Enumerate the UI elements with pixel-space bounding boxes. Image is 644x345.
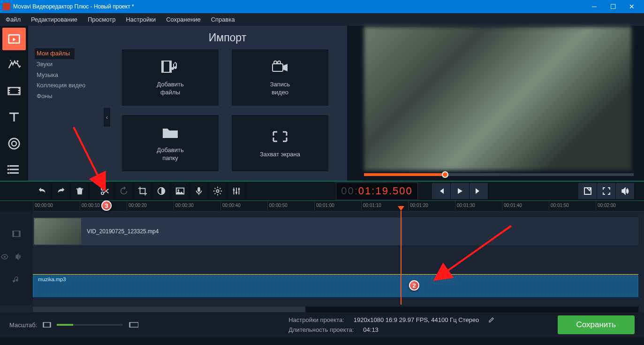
transitions-tab[interactable] xyxy=(2,80,26,102)
menu-edit[interactable]: Редактирование xyxy=(31,16,77,23)
audio-waveform xyxy=(33,275,638,297)
cat-sounds[interactable]: Звуки xyxy=(35,59,108,70)
svg-rect-9 xyxy=(18,90,20,92)
zoom-out-icon[interactable] xyxy=(43,322,51,328)
project-settings-value: 1920x1080 16:9 29.97 FPS, 44100 Гц Стере… xyxy=(354,316,479,323)
menu-file[interactable]: Файл xyxy=(6,16,21,23)
settings-button[interactable] xyxy=(208,182,227,200)
mute-icon[interactable] xyxy=(15,253,23,261)
collapse-panel-handle[interactable]: ‹ xyxy=(104,108,110,127)
ruler-tick: 00:01:40 xyxy=(502,201,549,211)
annotation-badge-2: 2 xyxy=(409,280,419,291)
svg-rect-40 xyxy=(50,322,51,327)
import-title: Импорт xyxy=(108,31,347,44)
camera-icon xyxy=(271,58,289,75)
record-video-tile[interactable]: Запись видео xyxy=(232,49,328,106)
menu-save[interactable]: Сохранение xyxy=(166,16,201,23)
svg-rect-43 xyxy=(138,322,138,327)
import-panel: Мои файлы Звуки Музыка Коллекция видео Ф… xyxy=(28,26,347,181)
svg-rect-36 xyxy=(19,231,20,237)
color-button[interactable] xyxy=(152,182,171,200)
clip-thumbnail xyxy=(34,218,81,245)
filters-tab[interactable] xyxy=(2,54,26,77)
svg-point-22 xyxy=(278,61,280,64)
svg-rect-19 xyxy=(273,64,283,71)
cat-video-collection[interactable]: Коллекция видео xyxy=(35,80,108,91)
split-button[interactable] xyxy=(96,182,114,200)
fullscreen-button[interactable] xyxy=(597,183,616,199)
video-track-icon xyxy=(12,230,21,238)
undo-button[interactable] xyxy=(33,182,52,200)
redo-button[interactable] xyxy=(52,182,70,200)
add-folder-tile[interactable]: Добавить папку xyxy=(122,115,219,171)
video-clip[interactable]: VID_20190725_123325.mp4 xyxy=(33,217,403,245)
svg-rect-6 xyxy=(8,90,10,92)
preview-area xyxy=(347,26,644,181)
zoom-label: Масштаб: xyxy=(9,322,37,329)
menu-view[interactable]: Просмотр xyxy=(88,16,115,23)
add-files-tile[interactable]: Добавить файлы xyxy=(122,49,219,106)
stickers-tab[interactable] xyxy=(2,132,26,155)
audio-clip[interactable]: muzika.mp3 xyxy=(33,275,638,297)
titles-tab[interactable] xyxy=(2,106,26,129)
mic-button[interactable] xyxy=(189,182,208,200)
window-title: Movavi Видеоредактор Плюс - Новый проект… xyxy=(13,3,585,10)
edit-settings-icon[interactable] xyxy=(488,316,495,323)
svg-rect-5 xyxy=(8,88,10,89)
close-button[interactable]: ✕ xyxy=(622,0,641,13)
rotate-button[interactable] xyxy=(114,182,133,200)
zoom-slider[interactable] xyxy=(57,324,122,326)
video-track[interactable]: VID_20190725_123325.mp4 xyxy=(33,217,638,245)
crop-button[interactable] xyxy=(133,182,152,200)
cat-music[interactable]: Музыка xyxy=(35,70,108,81)
tile-label: Добавить папку xyxy=(157,146,183,162)
svg-point-12 xyxy=(12,141,16,146)
svg-point-2 xyxy=(17,60,19,62)
timeline-tracks[interactable]: VID_20190725_123325.mp4 muzika.mp3 xyxy=(0,211,644,305)
svg-rect-7 xyxy=(8,92,10,94)
svg-rect-42 xyxy=(129,322,130,327)
svg-rect-10 xyxy=(18,92,20,94)
screen-capture-tile[interactable]: Захват экрана xyxy=(232,115,328,171)
maximize-button[interactable]: ☐ xyxy=(604,0,622,13)
visibility-icon[interactable] xyxy=(1,253,8,261)
svg-point-27 xyxy=(177,189,179,191)
import-tab[interactable] xyxy=(2,28,26,50)
svg-point-3 xyxy=(10,60,11,61)
equalizer-button[interactable] xyxy=(227,182,246,200)
ruler-tick: 00:00:00 xyxy=(33,201,80,211)
preview-canvas[interactable] xyxy=(364,27,631,170)
preview-progress-handle[interactable] xyxy=(442,171,448,178)
music-track-icon xyxy=(12,276,21,284)
duration-label: Длительность проекта: xyxy=(288,326,354,333)
titlebar: Movavi Видеоредактор Плюс - Новый проект… xyxy=(0,0,644,13)
save-button[interactable]: Сохранить xyxy=(558,315,635,334)
volume-button[interactable] xyxy=(616,183,635,199)
play-button[interactable] xyxy=(451,183,470,199)
more-tab[interactable] xyxy=(2,158,26,181)
timeline-scrollbar[interactable] xyxy=(33,307,638,312)
menu-help[interactable]: Справка xyxy=(211,16,235,23)
next-frame-button[interactable] xyxy=(470,183,488,199)
playhead[interactable] xyxy=(401,211,402,305)
project-settings-label: Настройки проекта: xyxy=(288,316,344,323)
delete-button[interactable] xyxy=(70,182,89,200)
audio-track[interactable]: muzika.mp3 xyxy=(33,275,638,297)
image-button[interactable] xyxy=(171,182,189,200)
tile-label: Добавить файлы xyxy=(157,81,183,97)
clip-name: VID_20190725_123325.mp4 xyxy=(87,228,159,235)
cat-my-files[interactable]: Мои файлы xyxy=(35,48,75,59)
svg-point-21 xyxy=(274,61,277,64)
menu-settings[interactable]: Настройки xyxy=(126,16,156,23)
import-categories: Мои файлы Звуки Музыка Коллекция видео Ф… xyxy=(35,48,108,102)
timeline-ruler[interactable]: 00:00:00 00:00:10 00:00:20 00:00:30 00:0… xyxy=(0,200,644,211)
cat-backgrounds[interactable]: Фоны xyxy=(35,91,108,102)
minimize-button[interactable]: ─ xyxy=(585,0,604,13)
preview-progress[interactable] xyxy=(364,173,634,176)
prev-frame-button[interactable] xyxy=(432,183,451,199)
svg-point-29 xyxy=(216,190,219,192)
svg-rect-41 xyxy=(129,322,138,327)
zoom-in-icon[interactable] xyxy=(128,322,138,328)
detach-preview-button[interactable] xyxy=(578,183,597,199)
svg-rect-30 xyxy=(233,189,235,191)
